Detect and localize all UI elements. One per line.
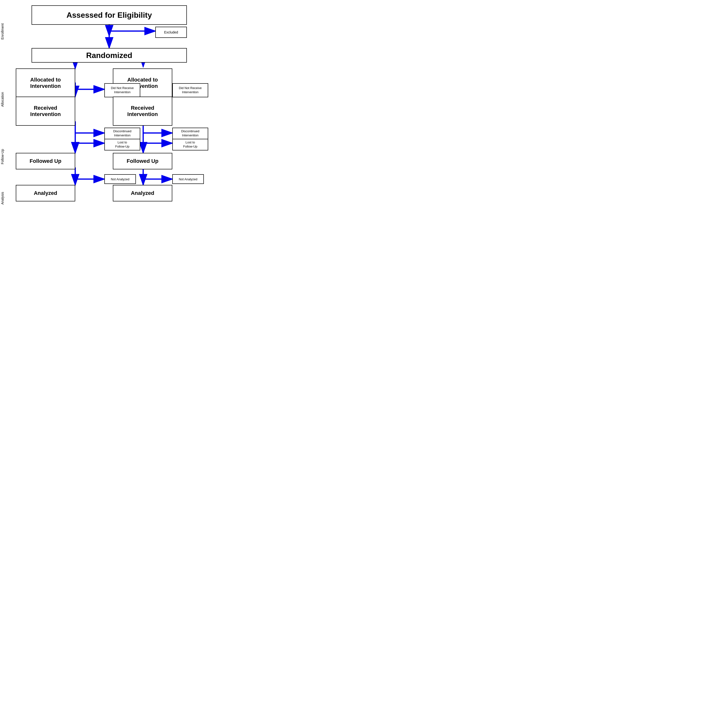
- label-enrollment: Enrollment: [0, 7, 5, 56]
- box-lost-right: Lost to Follow-Up: [172, 139, 208, 150]
- label-analysis: Analysis: [0, 185, 5, 212]
- box-received-left: Received Intervention: [16, 96, 75, 126]
- diagram-container: Enrollment Allocation Follow-Up Analysis: [0, 0, 219, 219]
- box-analyzed-right: Analyzed: [113, 185, 172, 202]
- box-followed-right: Followed Up: [113, 153, 172, 170]
- box-not-analyzed-left: Not Analyzed: [104, 174, 136, 184]
- box-eligibility: Assessed for Eligibility: [32, 5, 187, 25]
- label-allocation: Allocation: [0, 66, 5, 133]
- label-followup: Follow-Up: [0, 132, 5, 181]
- box-alloc-left: Allocated to Intervention: [16, 69, 75, 98]
- box-received-right: Received Intervention: [113, 96, 172, 126]
- box-dnr-left: Did Not Receive Intervention: [104, 83, 140, 97]
- box-randomized: Randomized: [32, 48, 187, 63]
- box-disc-right: Discontinued Intervention: [172, 128, 208, 139]
- box-excluded: Excluded: [155, 27, 187, 38]
- box-followed-left: Followed Up: [16, 153, 75, 170]
- box-dnr-right: Did Not Receive Intervention: [172, 83, 208, 97]
- box-analyzed-left: Analyzed: [16, 185, 75, 202]
- box-lost-left: Lost to Follow-Up: [104, 139, 140, 150]
- box-not-analyzed-right: Not Analyzed: [172, 174, 204, 184]
- box-disc-left: Discontinued Intervention: [104, 128, 140, 139]
